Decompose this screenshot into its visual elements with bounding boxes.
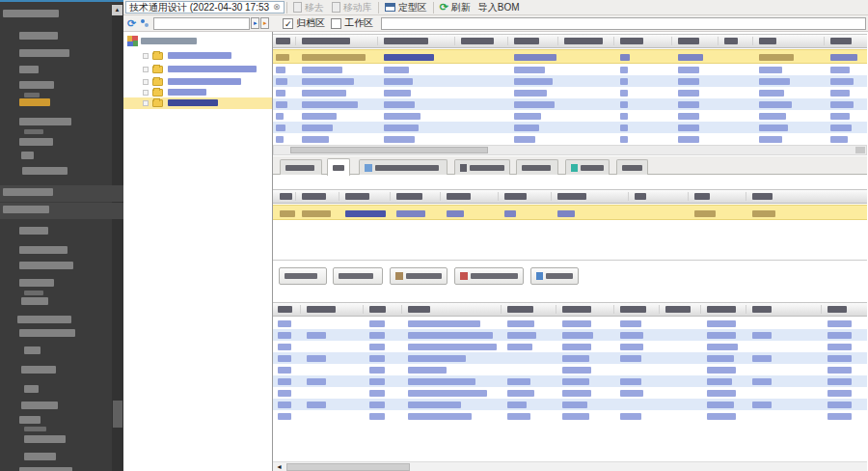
sidebar-item[interactable] xyxy=(0,363,123,376)
column-header[interactable] xyxy=(562,306,591,313)
column-header[interactable] xyxy=(514,38,539,44)
column-header[interactable] xyxy=(302,193,326,200)
tree-filter-input[interactable] xyxy=(153,17,250,30)
sidebar-item[interactable] xyxy=(0,399,123,412)
sidebar-item[interactable] xyxy=(0,450,123,463)
sidebar-item[interactable] xyxy=(0,382,123,396)
table-row[interactable] xyxy=(273,110,867,122)
action-button[interactable] xyxy=(454,267,524,285)
table-row[interactable] xyxy=(273,133,867,145)
sidebar-item[interactable] xyxy=(0,259,123,272)
column-header[interactable] xyxy=(564,38,603,44)
table-row[interactable] xyxy=(273,98,867,110)
column-header[interactable] xyxy=(678,38,699,44)
table-row[interactable] xyxy=(273,205,867,220)
sidebar-item[interactable] xyxy=(0,344,123,357)
column-header[interactable] xyxy=(461,38,494,44)
column-header[interactable] xyxy=(278,306,292,313)
table-row[interactable] xyxy=(273,49,867,64)
sidebar-item[interactable] xyxy=(0,326,123,340)
document-tab[interactable]: 技术通用设计 (2022-04-30 17:53 ⊗ xyxy=(125,1,285,14)
detail-tab[interactable] xyxy=(327,158,350,176)
sidebar-item[interactable] xyxy=(0,164,123,178)
expander-icon[interactable] xyxy=(143,67,149,72)
detail-tab[interactable] xyxy=(516,159,558,175)
action-button[interactable] xyxy=(530,267,579,285)
scroll-left-icon[interactable]: ◄ xyxy=(275,463,284,471)
table-row[interactable] xyxy=(273,64,867,75)
main-hscrollbar-thumb[interactable] xyxy=(286,463,410,471)
table-row[interactable] xyxy=(273,329,867,341)
table-row[interactable] xyxy=(273,387,867,399)
find-prev-button[interactable]: ▸ xyxy=(260,17,269,29)
column-header[interactable] xyxy=(396,193,422,200)
sidebar-item[interactable] xyxy=(0,135,123,149)
tree-node[interactable] xyxy=(123,64,272,75)
detail-tab[interactable] xyxy=(565,159,610,175)
refresh-button[interactable]: ⟳ 刷新 xyxy=(436,1,475,14)
column-header[interactable] xyxy=(752,193,773,200)
fixed-area-button[interactable]: 定型区 xyxy=(381,1,431,14)
sidebar-item[interactable] xyxy=(0,63,123,76)
column-header[interactable] xyxy=(759,38,776,44)
column-header[interactable] xyxy=(557,193,586,200)
sidebar-item[interactable] xyxy=(0,203,123,219)
expand-tree-icon[interactable] xyxy=(139,17,150,29)
sidebar-item[interactable] xyxy=(0,224,123,237)
detail-tab[interactable] xyxy=(359,159,448,175)
sidebar-item[interactable] xyxy=(0,96,123,109)
sidebar-item[interactable] xyxy=(0,185,123,202)
column-header[interactable] xyxy=(369,306,386,313)
table-row[interactable] xyxy=(273,410,867,422)
column-header[interactable] xyxy=(635,193,646,200)
import-bom-button[interactable]: 导入BOM xyxy=(475,1,524,14)
table-row[interactable] xyxy=(273,399,867,410)
table-row[interactable] xyxy=(273,341,867,352)
column-header[interactable] xyxy=(752,306,772,313)
table-row[interactable] xyxy=(273,87,867,98)
detail-tab[interactable] xyxy=(616,159,648,175)
sidebar-item[interactable] xyxy=(0,313,123,326)
move-to-library-button[interactable]: 移动库 xyxy=(328,1,376,14)
column-header[interactable] xyxy=(507,306,533,313)
close-icon[interactable]: ⊗ xyxy=(273,3,281,12)
column-header[interactable] xyxy=(620,306,646,313)
column-header[interactable] xyxy=(307,306,336,313)
action-button[interactable] xyxy=(390,267,448,285)
find-next-button[interactable]: ▸ xyxy=(251,17,259,29)
sidebar-item[interactable] xyxy=(0,7,123,20)
table-hscrollbar-thumb[interactable] xyxy=(290,147,488,153)
column-header[interactable] xyxy=(830,38,852,44)
sidebar-item[interactable] xyxy=(0,294,123,308)
action-button[interactable] xyxy=(333,267,383,285)
sidebar-item[interactable] xyxy=(0,29,123,42)
table-hscrollbar[interactable] xyxy=(273,145,867,155)
sidebar-item[interactable] xyxy=(0,46,123,60)
column-header[interactable] xyxy=(408,306,430,313)
tree-refresh-icon[interactable]: ⟳ xyxy=(127,18,136,29)
table-row[interactable] xyxy=(273,318,867,329)
archive-area-checkbox[interactable]: ✓ xyxy=(283,18,293,29)
column-header[interactable] xyxy=(447,193,471,200)
sidebar-item[interactable] xyxy=(0,149,123,162)
column-header[interactable] xyxy=(724,38,738,44)
column-header[interactable] xyxy=(827,306,847,313)
column-header[interactable] xyxy=(620,38,643,44)
table-row[interactable] xyxy=(273,364,867,375)
sidebar-item[interactable] xyxy=(0,243,123,257)
detail-tab[interactable] xyxy=(280,159,322,175)
expander-icon[interactable] xyxy=(143,90,149,96)
remove-button[interactable]: 移去 xyxy=(289,1,328,14)
column-header[interactable] xyxy=(345,193,369,200)
column-header[interactable] xyxy=(504,193,527,200)
main-filter-input[interactable] xyxy=(381,17,866,30)
column-header[interactable] xyxy=(707,306,736,313)
sidebar-item[interactable] xyxy=(0,464,123,471)
table-row[interactable] xyxy=(273,75,867,87)
column-header[interactable] xyxy=(280,193,292,200)
column-header[interactable] xyxy=(665,306,691,313)
sidebar-item[interactable] xyxy=(0,432,123,446)
tree-node[interactable] xyxy=(123,97,272,109)
action-button[interactable] xyxy=(279,267,327,285)
column-header[interactable] xyxy=(384,38,428,44)
